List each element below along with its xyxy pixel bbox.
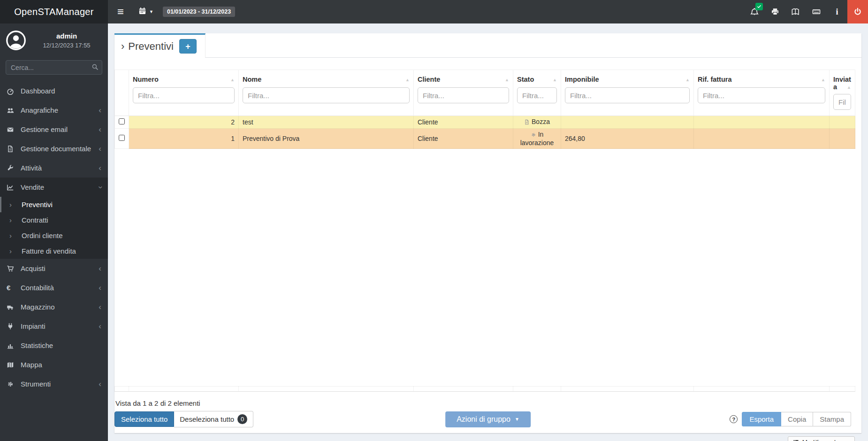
cell-inviata <box>830 129 855 149</box>
manual-book-button[interactable] <box>785 0 806 23</box>
page-title: ›Preventivi <box>121 40 174 53</box>
sidebar-item-mappa[interactable]: Mappa <box>0 355 108 374</box>
sidebar-subitem-contratti[interactable]: ›Contratti <box>0 212 108 228</box>
gear-icon <box>531 132 536 139</box>
sidebar-item-label: Anagrafiche <box>21 106 58 114</box>
info-icon: i <box>836 7 838 17</box>
sort-arrow-icon[interactable]: ▲ <box>405 77 410 82</box>
sidebar-item-label: Attività <box>21 164 42 172</box>
sidebar-subitem-fatture-di-vendita[interactable]: ›Fatture di vendita <box>0 243 108 259</box>
copy-button[interactable]: Copia <box>781 412 813 426</box>
app-brand[interactable]: OpenSTAManager <box>0 0 108 23</box>
search-icon[interactable] <box>91 63 99 72</box>
cell-rif_fattura <box>694 116 830 129</box>
edit-columns-button[interactable]: Modifica colonne <box>788 436 855 441</box>
filter-imponibile-input[interactable] <box>565 87 690 103</box>
info-button[interactable]: i <box>827 0 847 23</box>
sidebar-item-contabilita[interactable]: €Contabilità‹ <box>0 278 108 297</box>
filter-inviata-input[interactable] <box>833 94 851 110</box>
sort-arrow-icon[interactable]: ▲ <box>821 77 825 82</box>
print-table-button[interactable]: Stampa <box>813 412 851 426</box>
keyboard-shortcuts-button[interactable] <box>806 0 827 23</box>
file-icon <box>524 119 530 126</box>
column-header-nome[interactable]: Nome▲ <box>239 70 414 116</box>
footer-cell <box>414 387 513 392</box>
sidebar-subitem-preventivi[interactable]: ›Preventivi <box>0 197 108 212</box>
calendar-picker[interactable]: ▼ <box>138 7 153 17</box>
tab-preventivi[interactable]: ›Preventivi + <box>114 33 206 58</box>
column-label: Rif. fattura▲ <box>698 76 825 84</box>
sort-arrow-icon[interactable]: ▲ <box>685 77 690 82</box>
column-label: Stato▲ <box>517 76 557 84</box>
sidebar-item-label: Mappa <box>21 361 42 369</box>
sidebar-item-strumenti[interactable]: Strumenti‹ <box>0 374 108 394</box>
add-preventivo-button[interactable]: + <box>179 39 197 54</box>
sidebar-item-label: Dashboard <box>21 87 55 95</box>
angle-right-icon: › <box>9 232 22 240</box>
sort-arrow-icon[interactable]: ▲ <box>505 77 509 82</box>
column-header-rif_fattura[interactable]: Rif. fattura▲ <box>694 70 830 116</box>
sidebar-item-impianti[interactable]: Impianti‹ <box>0 317 108 336</box>
footer-cell <box>561 387 694 392</box>
column-label: Nome▲ <box>243 76 410 84</box>
filter-rif_fattura-input[interactable] <box>698 87 825 103</box>
footer-cell <box>830 387 855 392</box>
row-checkbox-cell <box>115 129 129 149</box>
group-actions-button[interactable]: Azioni di gruppo▼ <box>445 411 531 427</box>
plug-icon <box>7 323 21 330</box>
filter-stato-input[interactable] <box>517 87 557 103</box>
filter-cliente-input[interactable] <box>418 87 509 103</box>
column-header-imponibile[interactable]: Imponibile▲ <box>561 70 694 116</box>
sidebar-toggle-icon[interactable]: ≡ <box>115 6 126 17</box>
notifications-button[interactable] <box>744 0 765 23</box>
chevron-left-icon: ‹ <box>99 166 101 170</box>
row-checkbox[interactable] <box>119 135 125 141</box>
sidebar-item-dashboard[interactable]: Dashboard <box>0 81 108 101</box>
print-button[interactable] <box>765 0 785 23</box>
actions-row: Seleziona tutto Deseleziona tutto0 Azion… <box>114 411 861 433</box>
card-body: Numero▲Nome▲Cliente▲Stato▲Imponibile▲Rif… <box>114 58 861 433</box>
sidebar-item-vendite[interactable]: Vendite‹ <box>0 178 108 197</box>
column-header-inviata[interactable]: Inviata▲ <box>830 70 855 116</box>
deselect-all-button[interactable]: Deseleziona tutto0 <box>174 411 253 427</box>
chevron-left-icon: ‹ <box>99 266 101 271</box>
table-row[interactable]: 1Preventivo di ProvaClienteIn lavorazion… <box>115 129 855 149</box>
file-icon <box>7 145 21 153</box>
sidebar-item-magazzino[interactable]: Magazzino‹ <box>0 297 108 317</box>
avatar[interactable] <box>6 30 26 51</box>
gear-icon <box>7 380 21 388</box>
sidebar-item-anagrafiche[interactable]: Anagrafiche‹ <box>0 101 108 120</box>
sort-arrow-icon[interactable]: ▲ <box>847 85 851 90</box>
sidebar-item-label: Contabilità <box>21 284 54 292</box>
search-input[interactable] <box>6 60 102 75</box>
power-icon <box>853 8 862 16</box>
row-checkbox[interactable] <box>119 118 125 124</box>
notifications-check-badge <box>755 3 763 10</box>
main-content: ›Preventivi + Numero▲Nome▲Cliente▲Stato▲… <box>108 23 868 441</box>
sidebar-subitem-label: Ordini cliente <box>22 232 63 240</box>
help-icon[interactable]: ? <box>730 415 738 423</box>
column-header-cliente[interactable]: Cliente▲ <box>414 70 513 116</box>
export-button[interactable]: Esporta <box>742 412 781 426</box>
column-header-numero[interactable]: Numero▲ <box>129 70 239 116</box>
sidebar-item-statistiche[interactable]: Statistiche <box>0 336 108 355</box>
cell-imponibile <box>561 116 694 129</box>
sidebar-item-gestione-documentale[interactable]: Gestione documentale‹ <box>0 139 108 158</box>
filter-nome-input[interactable] <box>243 87 410 103</box>
select-all-button[interactable]: Seleziona tutto <box>114 411 174 427</box>
topbar: OpenSTAManager ≡ ▼ 01/01/2023 - 31/12/20… <box>0 0 868 23</box>
sidebar-item-acquisti[interactable]: Acquisti‹ <box>0 259 108 278</box>
sort-arrow-icon[interactable]: ▲ <box>553 77 557 82</box>
sidebar-item-gestione-email[interactable]: Gestione email‹ <box>0 120 108 139</box>
footer-cell <box>115 387 129 392</box>
logout-button[interactable] <box>847 0 868 23</box>
sort-arrow-icon[interactable]: ▲ <box>230 77 235 82</box>
sidebar-item-attivita[interactable]: Attività‹ <box>0 158 108 178</box>
table-row[interactable]: 2testClienteBozza <box>115 116 855 129</box>
user-name: admin <box>31 32 102 40</box>
column-header-stato[interactable]: Stato▲ <box>513 70 561 116</box>
filter-numero-input[interactable] <box>133 87 235 103</box>
date-range-badge[interactable]: 01/01/2023 - 31/12/2023 <box>163 7 235 17</box>
column-label: Cliente▲ <box>418 76 509 84</box>
sidebar-subitem-ordini-cliente[interactable]: ›Ordini cliente <box>0 228 108 243</box>
